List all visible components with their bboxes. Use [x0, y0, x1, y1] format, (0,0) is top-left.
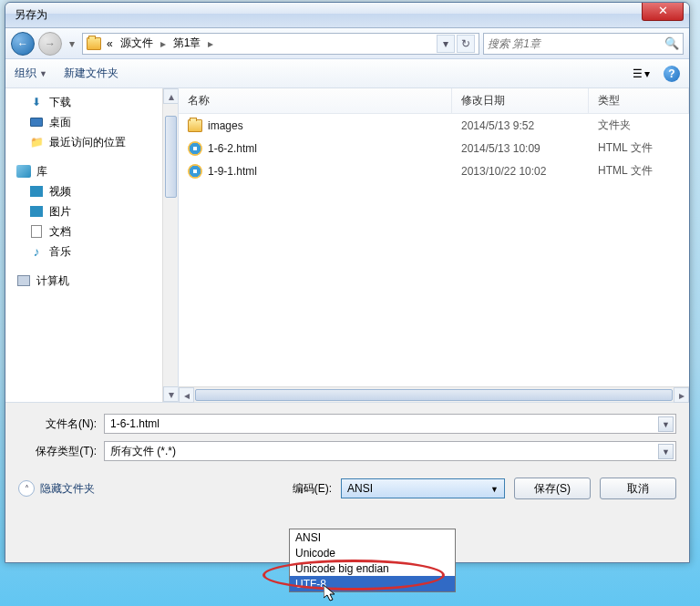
view-icon: ☰ [633, 67, 643, 80]
save-as-dialog: 另存为 ✕ ← → ▾ « 源文件 ▸ 第1章 ▸ ▾ ↻ 🔍 组织▼ 新建文件… [5, 2, 690, 563]
filename-label: 文件名(N): [18, 416, 97, 432]
search-box[interactable]: 🔍 [483, 33, 684, 55]
scroll-thumb[interactable] [195, 389, 673, 401]
new-folder-button[interactable]: 新建文件夹 [64, 66, 118, 81]
encoding-combo[interactable]: ANSI ▼ [341, 478, 505, 498]
sidebar-scrollbar[interactable]: ▴ ▾ [162, 88, 178, 402]
folder-icon [87, 37, 101, 50]
computer-icon [16, 273, 31, 288]
encoding-option[interactable]: UTF-8 [290, 576, 455, 591]
toolbar: 组织▼ 新建文件夹 ☰ ▾ ? [5, 59, 689, 88]
sidebar-item-libraries[interactable]: 库 [11, 161, 178, 181]
filename-history-dropdown[interactable]: ▼ [658, 416, 674, 432]
save-button[interactable]: 保存(S) [514, 478, 591, 499]
forward-button[interactable]: → [38, 32, 62, 56]
close-button[interactable]: ✕ [642, 3, 684, 21]
column-type[interactable]: 类型 [589, 88, 689, 113]
column-name[interactable]: 名称 [179, 88, 452, 113]
hide-folders-toggle[interactable]: ˄ 隐藏文件夹 [18, 480, 95, 497]
crumb-sep-icon[interactable]: ▸ [206, 37, 215, 50]
dialog-body: ⬇下载 桌面 📁最近访问的位置 库 视频 图片 文档 ♪音乐 计算机 ▴ ▾ 名… [5, 88, 689, 402]
library-icon [16, 164, 31, 179]
horizontal-scrollbar[interactable]: ◂ ▸ [179, 386, 689, 402]
search-input[interactable] [488, 37, 664, 50]
titlebar[interactable]: 另存为 ✕ [5, 3, 689, 28]
encoding-dropdown-list: ANSI Unicode Unicode big endian UTF-8 [289, 529, 456, 592]
file-list-pane: 名称 修改日期 类型 images 2014/5/13 9:52 文件夹 1-6… [179, 88, 689, 402]
file-row[interactable]: 1-9-1.html 2013/10/22 10:02 HTML 文件 [179, 159, 689, 182]
scroll-left-icon[interactable]: ◂ [179, 387, 194, 403]
folder-icon [188, 119, 202, 132]
file-row[interactable]: 1-6-2.html 2014/5/13 10:09 HTML 文件 [179, 137, 689, 159]
recent-icon: 📁 [29, 135, 44, 149]
encoding-option[interactable]: ANSI [290, 529, 455, 545]
sidebar-item-videos[interactable]: 视频 [11, 181, 178, 201]
desktop-icon [29, 115, 44, 129]
scroll-up-icon[interactable]: ▴ [163, 88, 179, 104]
file-row[interactable]: images 2014/5/13 9:52 文件夹 [179, 114, 689, 137]
window-title: 另存为 [15, 7, 47, 23]
sidebar-item-pictures[interactable]: 图片 [11, 201, 178, 221]
chevron-down-icon: ▼ [39, 69, 47, 78]
filetype-dropdown-arrow[interactable]: ▼ [658, 444, 674, 459]
encoding-label: 编码(E): [293, 481, 332, 497]
file-rows: images 2014/5/13 9:52 文件夹 1-6-2.html 201… [179, 114, 689, 386]
column-headers: 名称 修改日期 类型 [179, 88, 689, 114]
cancel-button[interactable]: 取消 [600, 478, 676, 499]
navigation-pane: ⬇下载 桌面 📁最近访问的位置 库 视频 图片 文档 ♪音乐 计算机 ▴ ▾ [5, 88, 179, 402]
address-bar[interactable]: « 源文件 ▸ 第1章 ▸ ▾ ↻ [82, 33, 479, 55]
address-dropdown[interactable]: ▾ [437, 35, 455, 53]
ie-icon [188, 141, 202, 156]
crumb-1[interactable]: 源文件 [118, 36, 155, 51]
ie-icon [188, 164, 202, 179]
column-modified[interactable]: 修改日期 [452, 88, 589, 113]
music-icon: ♪ [29, 244, 44, 259]
sidebar-item-computer[interactable]: 计算机 [11, 271, 178, 291]
navigation-bar: ← → ▾ « 源文件 ▸ 第1章 ▸ ▾ ↻ 🔍 [5, 28, 689, 59]
scroll-right-icon[interactable]: ▸ [674, 387, 689, 403]
nav-history-dropdown[interactable]: ▾ [66, 32, 78, 56]
filename-input[interactable]: 1-6-1.html ▼ [104, 414, 676, 434]
sidebar-item-documents[interactable]: 文档 [11, 221, 178, 241]
chevron-down-icon: ▾ [644, 67, 650, 80]
filetype-combo[interactable]: 所有文件 (*.*) ▼ [104, 441, 676, 461]
crumb-prefix: « [105, 37, 115, 50]
crumb-2[interactable]: 第1章 [171, 36, 203, 51]
sidebar-item-music[interactable]: ♪音乐 [11, 241, 178, 262]
picture-icon [29, 204, 44, 219]
filetype-label: 保存类型(T): [18, 444, 97, 459]
view-options-button[interactable]: ☰ ▾ [628, 65, 654, 83]
organize-menu[interactable]: 组织▼ [15, 66, 47, 81]
dialog-footer: 文件名(N): 1-6-1.html ▼ 保存类型(T): 所有文件 (*.*)… [5, 402, 689, 512]
sidebar-item-recent[interactable]: 📁最近访问的位置 [11, 132, 178, 152]
back-button[interactable]: ← [11, 32, 35, 56]
scroll-thumb[interactable] [165, 116, 177, 198]
video-icon [29, 184, 44, 199]
sidebar-item-desktop[interactable]: 桌面 [11, 112, 178, 132]
scroll-down-icon[interactable]: ▾ [163, 386, 179, 402]
document-icon [29, 224, 44, 239]
search-icon[interactable]: 🔍 [664, 36, 679, 50]
sidebar-item-downloads[interactable]: ⬇下载 [11, 92, 178, 112]
encoding-option[interactable]: Unicode big endian [290, 560, 455, 576]
crumb-sep-icon[interactable]: ▸ [159, 37, 168, 50]
download-icon: ⬇ [29, 95, 44, 109]
help-button[interactable]: ? [664, 66, 680, 82]
refresh-button[interactable]: ↻ [457, 35, 475, 53]
chevron-up-icon: ˄ [18, 480, 35, 497]
chevron-down-icon: ▼ [487, 481, 502, 497]
encoding-option[interactable]: Unicode [290, 545, 455, 560]
